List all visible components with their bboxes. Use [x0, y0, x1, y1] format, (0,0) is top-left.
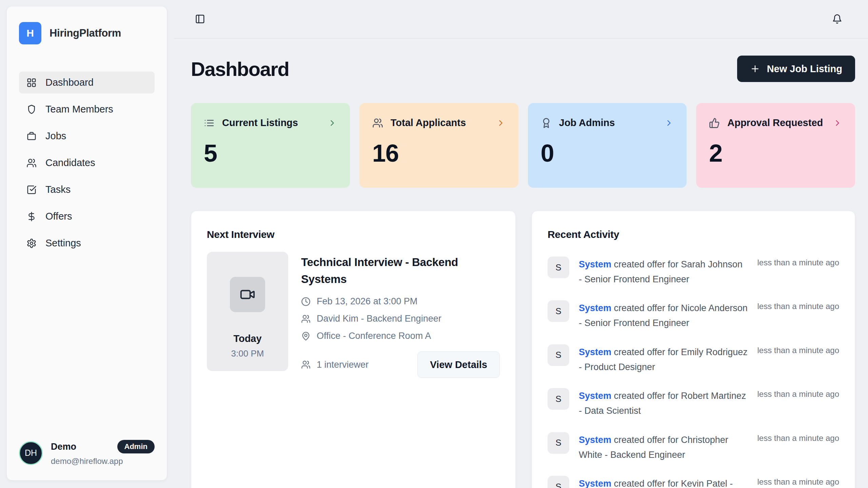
- activity-item: S System created offer for Robert Martin…: [548, 388, 839, 418]
- sidebar-item-tasks[interactable]: Tasks: [19, 179, 155, 201]
- award-icon: [541, 118, 552, 128]
- stat-cards: Current Listings 5 Total Applicants 16 J…: [191, 103, 855, 188]
- activity-item: S System created offer for Sarah Johnson…: [548, 257, 839, 287]
- interview-details: Technical Interview - Backend Systems Fe…: [301, 252, 500, 378]
- activity-text: System created offer for Robert Martinez…: [579, 388, 748, 418]
- activity-timestamp: less than a minute ago: [757, 388, 840, 399]
- app-name: HiringPlatform: [50, 27, 121, 39]
- clock-icon: [301, 297, 311, 306]
- activity-actor[interactable]: System: [579, 479, 611, 488]
- activity-timestamp: less than a minute ago: [757, 476, 840, 487]
- user-card[interactable]: DH Demo Admin demo@hireflow.app: [19, 440, 155, 466]
- next-interview-card: Next Interview Today 3:00 PM Technical I…: [191, 211, 516, 488]
- dollar-icon: [26, 211, 37, 222]
- activity-text: System created offer for Sarah Johnson -…: [579, 257, 748, 287]
- page-title: Dashboard: [191, 58, 289, 80]
- stat-value: 2: [709, 139, 842, 167]
- view-details-button[interactable]: View Details: [417, 351, 500, 378]
- chevron-right-icon: [328, 118, 337, 128]
- stat-card-current-listings[interactable]: Current Listings 5: [191, 103, 350, 188]
- activity-text: System created offer for Emily Rodriguez…: [579, 344, 748, 374]
- topbar: [174, 0, 868, 39]
- interview-time: 3:00 PM: [231, 348, 264, 359]
- notifications-button[interactable]: [832, 14, 842, 24]
- activity-actor[interactable]: System: [579, 435, 611, 445]
- chevron-right-icon: [496, 118, 506, 128]
- activity-item: S System created offer for Kevin Patel -…: [548, 476, 839, 488]
- user-info: Demo Admin demo@hireflow.app: [51, 440, 155, 466]
- activity-text: System created offer for Kevin Patel - D…: [579, 476, 748, 488]
- sidebar-item-settings[interactable]: Settings: [19, 232, 155, 254]
- list-icon: [204, 118, 215, 128]
- sidebar: H HiringPlatform Dashboard Team Members …: [6, 6, 167, 481]
- panels: Next Interview Today 3:00 PM Technical I…: [191, 211, 855, 488]
- activity-actor[interactable]: System: [579, 303, 611, 313]
- activity-avatar: S: [548, 432, 569, 454]
- app-root: H HiringPlatform Dashboard Team Members …: [0, 0, 868, 488]
- interview-datetime: Feb 13, 2026 at 3:00 PM: [317, 296, 417, 307]
- chevron-right-icon: [664, 118, 674, 128]
- content: Dashboard New Job Listing Current Listin…: [174, 56, 868, 488]
- recent-activity-section-title: Recent Activity: [548, 229, 839, 240]
- chevron-right-icon: [833, 118, 842, 128]
- users-icon: [301, 360, 311, 369]
- sidebar-nav: Dashboard Team Members Jobs Candidates T…: [19, 72, 155, 254]
- shield-icon: [26, 104, 37, 115]
- thumbs-up-icon: [709, 118, 720, 128]
- gear-icon: [26, 238, 37, 248]
- page-head: Dashboard New Job Listing: [191, 56, 855, 82]
- activity-timestamp: less than a minute ago: [757, 300, 840, 311]
- sidebar-item-candidates[interactable]: Candidates: [19, 152, 155, 174]
- interview-candidate-row: David Kim - Backend Engineer: [301, 313, 500, 324]
- stat-card-total-applicants[interactable]: Total Applicants 16: [359, 103, 518, 188]
- video-icon: [240, 287, 255, 302]
- activity-timestamp: less than a minute ago: [757, 344, 840, 355]
- activity-timestamp: less than a minute ago: [757, 257, 840, 267]
- interview-title: Technical Interview - Backend Systems: [301, 254, 491, 287]
- sidebar-item-dashboard[interactable]: Dashboard: [19, 72, 155, 94]
- avatar: DH: [19, 441, 43, 465]
- sidebar-toggle-button[interactable]: [195, 14, 205, 24]
- activity-avatar: S: [548, 257, 569, 278]
- sidebar-item-offers[interactable]: Offers: [19, 205, 155, 227]
- brand: H HiringPlatform: [19, 22, 155, 44]
- new-job-listing-button[interactable]: New Job Listing: [737, 56, 855, 82]
- activity-avatar: S: [548, 476, 569, 488]
- new-job-listing-label: New Job Listing: [767, 63, 842, 75]
- stat-value: 0: [541, 139, 674, 167]
- activity-actor[interactable]: System: [579, 347, 611, 357]
- main-area: Dashboard New Job Listing Current Listin…: [174, 0, 868, 488]
- stat-value: 5: [204, 139, 337, 167]
- sidebar-item-team-members[interactable]: Team Members: [19, 98, 155, 120]
- map-pin-icon: [301, 331, 311, 341]
- interview-datetime-row: Feb 13, 2026 at 3:00 PM: [301, 296, 500, 307]
- activity-text: System created offer for Nicole Anderson…: [579, 300, 748, 330]
- stat-value: 16: [372, 139, 506, 167]
- next-interview-section-title: Next Interview: [207, 229, 500, 240]
- activity-timestamp: less than a minute ago: [757, 432, 840, 443]
- check-square-icon: [26, 185, 37, 195]
- interview-day: Today: [233, 333, 261, 344]
- dashboard-icon: [26, 78, 37, 88]
- plus-icon: [750, 64, 760, 74]
- video-tile: [230, 277, 265, 312]
- activity-item: S System created offer for Nicole Anders…: [548, 300, 839, 330]
- interview-candidate: David Kim - Backend Engineer: [317, 313, 441, 324]
- activity-actor[interactable]: System: [579, 259, 611, 269]
- activity-list: S System created offer for Sarah Johnson…: [548, 257, 839, 488]
- activity-avatar: S: [548, 388, 569, 410]
- stat-card-approval-requested[interactable]: Approval Requested 2: [696, 103, 855, 188]
- app-logo: H: [19, 22, 41, 44]
- interview-location: Office - Conference Room A: [317, 331, 431, 341]
- app-logo-letter: H: [26, 27, 34, 39]
- activity-avatar: S: [548, 344, 569, 366]
- activity-text: System created offer for Christopher Whi…: [579, 432, 748, 462]
- stat-card-job-admins[interactable]: Job Admins 0: [528, 103, 687, 188]
- user-email: demo@hireflow.app: [51, 456, 155, 466]
- users-icon: [26, 158, 37, 168]
- interview-date-tile: Today 3:00 PM: [207, 252, 288, 371]
- interviewer-count: 1 interviewer: [301, 360, 369, 370]
- users-icon: [301, 314, 311, 324]
- activity-actor[interactable]: System: [579, 391, 611, 401]
- sidebar-item-jobs[interactable]: Jobs: [19, 125, 155, 147]
